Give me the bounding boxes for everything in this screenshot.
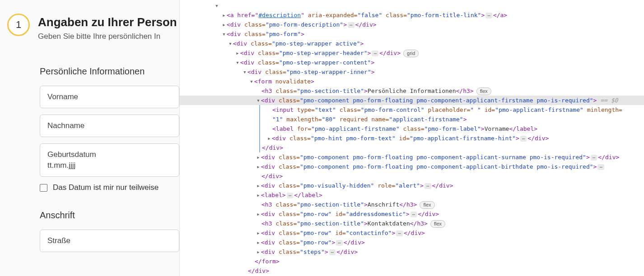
rendered-page-preview: 1 Angaben zu Ihrer Person Geben Sie bitt… xyxy=(0,0,180,276)
step-number-badge: 1 xyxy=(7,14,30,36)
ellipsis-icon[interactable]: ⋯ xyxy=(591,155,597,161)
street-field[interactable]: Straße xyxy=(40,230,179,252)
dom-row[interactable]: <h3 class="pmo-section-title">Anschrift<… xyxy=(180,200,644,209)
surname-label: Nachname xyxy=(47,121,172,130)
birthdate-label: Geburtsdatum xyxy=(47,150,172,159)
dom-text: Kontaktdaten xyxy=(368,220,410,227)
dom-row[interactable]: <div class="pmo-step-wrapper-header">⋯</… xyxy=(180,48,644,58)
dom-row[interactable]: </div> xyxy=(180,171,644,181)
console-ref: == $0 xyxy=(597,97,618,104)
devtools-elements-panel[interactable]: ⋯ <a href="#description" aria-expanded="… xyxy=(180,0,644,276)
layout-badge[interactable]: flex xyxy=(420,201,434,209)
ellipsis-icon[interactable]: ⋯ xyxy=(396,230,403,236)
dom-row[interactable]: <div class="pmo-row" id="contactinfo">⋯<… xyxy=(180,228,644,238)
street-label: Straße xyxy=(47,236,172,245)
dom-row[interactable]: <input type="text" class="pmo-form-contr… xyxy=(260,105,644,115)
dom-row-selected[interactable]: <div class="pmo-component pmo-form-float… xyxy=(180,96,644,105)
dom-row[interactable]: <div class="pmo-row">⋯</div> xyxy=(180,238,644,247)
dom-row[interactable]: <div class="pmo-step-wrapper-inner"> xyxy=(180,67,644,77)
ellipsis-icon[interactable]: ⋯ xyxy=(287,193,294,198)
dom-row[interactable]: <label for="pmo-applicant-firstname" cla… xyxy=(260,124,644,133)
dom-row[interactable]: <div class="pmo-visually-hidden" role="a… xyxy=(180,181,644,190)
firstname-label: Vorname xyxy=(47,92,172,101)
dom-row[interactable] xyxy=(180,1,644,10)
dom-row[interactable]: <h3 class="pmo-section-title">Persönlich… xyxy=(180,86,644,96)
dom-row[interactable]: <div class="pmo-component pmo-form-float… xyxy=(180,162,644,171)
dom-row[interactable]: <label>⋯</label> xyxy=(180,190,644,200)
surname-field[interactable]: Nachname xyxy=(40,115,179,137)
dom-row[interactable]: </div> xyxy=(260,143,644,152)
dom-row[interactable]: <a href="#description" aria-expanded="fa… xyxy=(180,10,644,20)
checkbox-icon[interactable] xyxy=(40,184,47,192)
ellipsis-icon[interactable]: ⋯ xyxy=(372,51,378,56)
dom-row[interactable]: "1" maxlength="80" required name="applic… xyxy=(260,115,644,124)
ellipsis-icon[interactable]: ⋯ xyxy=(411,212,417,217)
ellipsis-icon[interactable]: ⋯ xyxy=(485,13,492,18)
dom-row[interactable]: <h3 class="pmo-section-title">Kontaktdat… xyxy=(180,219,644,228)
dom-text: Persönliche Informationen xyxy=(368,87,456,94)
dom-row[interactable]: <form novalidate> xyxy=(180,77,644,86)
ellipsis-icon[interactable]: ⋯ xyxy=(597,164,604,170)
dom-row[interactable]: <div class="pmo-hint pmo-form-text" id="… xyxy=(260,133,644,143)
dom-row[interactable]: <div class="steps">⋯</div> xyxy=(180,247,644,257)
section-address-title: Anschrift xyxy=(40,210,179,221)
ellipsis-icon[interactable]: ⋯ xyxy=(329,249,336,255)
dom-row[interactable]: </form> xyxy=(180,257,644,266)
section-personal-info-title: Persönliche Informationen xyxy=(40,66,179,77)
birthdate-field[interactable]: Geburtsdatum tt.mm.jjjj xyxy=(40,143,179,177)
layout-badge[interactable]: flex xyxy=(476,87,491,95)
step-title: Angaben zu Ihrer Person xyxy=(38,15,179,29)
dom-row[interactable]: <div class="pmo-row" id="addressdomestic… xyxy=(180,209,644,219)
partial-date-checkbox-row[interactable]: Das Datum ist mir nur teilweise xyxy=(40,183,179,192)
partial-date-label: Das Datum ist mir nur teilweise xyxy=(53,183,159,192)
dom-row[interactable]: <div class="pmo-step-wrapper-content"> xyxy=(180,58,644,67)
href-link[interactable]: #description xyxy=(258,12,301,18)
firstname-field[interactable]: Vorname xyxy=(40,86,179,108)
layout-badge[interactable]: grid xyxy=(403,50,419,57)
dom-text: Vorname xyxy=(485,125,509,132)
ellipsis-icon[interactable]: ⋯ xyxy=(348,22,355,28)
birthdate-placeholder: tt.mm.jjjj xyxy=(47,161,172,170)
step-subtitle: Geben Sie bitte Ihre persönlichen In xyxy=(38,32,179,41)
dom-row[interactable]: <div class="pmo-step-wrapper active"> xyxy=(180,39,644,48)
ellipsis-icon[interactable]: ⋯ xyxy=(425,183,431,189)
dom-row[interactable]: <div class="pmo-form"> xyxy=(180,29,644,39)
dom-row[interactable]: <div class="pmo-form-description">⋯</div… xyxy=(180,20,644,29)
layout-badge[interactable]: flex xyxy=(430,220,445,228)
dom-row[interactable]: </div> xyxy=(180,266,644,276)
dom-row[interactable]: <div class="pmo-component pmo-form-float… xyxy=(180,152,644,162)
ellipsis-icon[interactable]: ⋯ xyxy=(336,240,343,246)
dom-text: Anschrift xyxy=(368,201,399,208)
ellipsis-icon[interactable]: ⋯ xyxy=(520,136,527,142)
